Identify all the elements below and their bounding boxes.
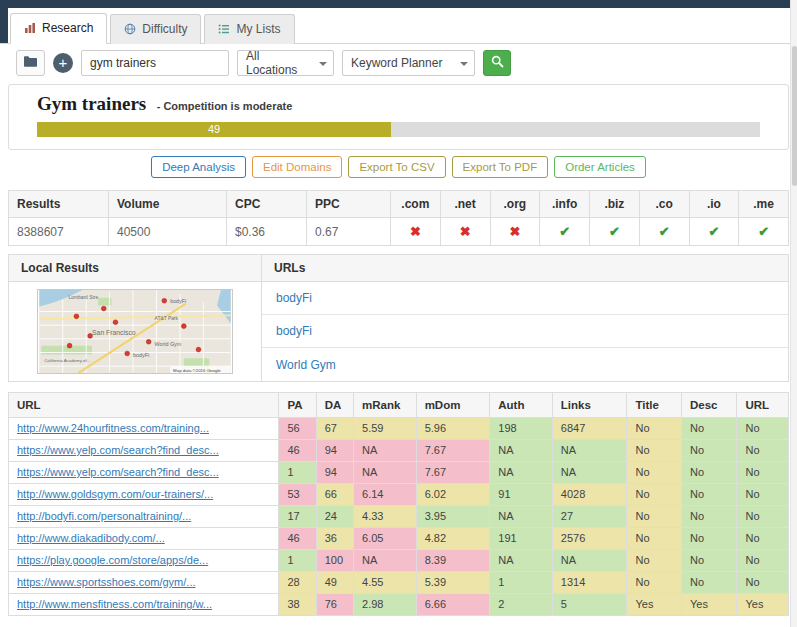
map-pin-icon[interactable] bbox=[181, 324, 186, 329]
serp-metric-cell: 1 bbox=[279, 550, 316, 572]
map-pin-icon[interactable] bbox=[113, 320, 118, 325]
serp-metric-cell: NA bbox=[490, 462, 553, 484]
tab-research[interactable]: Research bbox=[10, 13, 107, 44]
serp-url-link[interactable]: https://play.google.com/store/apps/de... bbox=[17, 554, 208, 566]
serp-metric-cell: 2 bbox=[490, 594, 553, 616]
serp-results-table: URLPADAmRankmDomAuthLinksTitleDescURL ht… bbox=[8, 392, 789, 616]
local-url-link[interactable]: bodyFi bbox=[276, 324, 312, 338]
list-icon bbox=[218, 23, 230, 35]
serp-header-row: URLPADAmRankmDomAuthLinksTitleDescURL bbox=[9, 393, 789, 418]
top-navbar bbox=[0, 0, 797, 8]
order-articles-button[interactable]: Order Articles bbox=[554, 156, 646, 178]
serp-metric-cell: NA bbox=[354, 440, 417, 462]
serp-metric-cell: 6.66 bbox=[416, 594, 490, 616]
map-pin-icon[interactable] bbox=[125, 351, 130, 356]
map-cell: Lombard StrebodyFiAT&T ParkSan Francisco… bbox=[9, 282, 262, 381]
serp-url-cell: http://www.goldsgym.com/our-trainers/... bbox=[9, 484, 279, 506]
serp-metric-cell: 2576 bbox=[552, 528, 627, 550]
serp-metric-cell: 4028 bbox=[552, 484, 627, 506]
local-results-header: Local Results bbox=[9, 255, 262, 282]
serp-metric-cell: Yes bbox=[737, 594, 789, 616]
serp-metric-cell: 28 bbox=[279, 572, 316, 594]
map-pin-icon[interactable] bbox=[162, 298, 167, 303]
serp-url-link[interactable]: https://www.sportsshoes.com/gym/... bbox=[17, 576, 196, 588]
serp-metric-cell: 1314 bbox=[552, 572, 627, 594]
serp-url-link[interactable]: http://www.diakadibody.com/... bbox=[17, 532, 165, 544]
map-pin-icon[interactable] bbox=[67, 343, 72, 348]
serp-metric-cell: 67 bbox=[316, 418, 353, 440]
serp-metric-cell: No bbox=[737, 440, 789, 462]
serp-metric-cell: NA bbox=[552, 550, 627, 572]
scrollbar-thumb[interactable] bbox=[792, 46, 797, 186]
chart-icon bbox=[24, 22, 36, 34]
map-pin-icon[interactable] bbox=[196, 347, 201, 352]
metrics-header: PPC bbox=[307, 191, 391, 218]
serp-metric-cell: 6.02 bbox=[416, 484, 490, 506]
cross-icon: ✖ bbox=[391, 218, 441, 246]
tab-my-lists[interactable]: My Lists bbox=[204, 14, 294, 44]
tab-label: Research bbox=[42, 21, 93, 35]
serp-metric-cell: 36 bbox=[316, 528, 353, 550]
serp-metric-cell: No bbox=[737, 418, 789, 440]
serp-metric-cell: Yes bbox=[627, 594, 681, 616]
serp-metric-cell: NA bbox=[354, 462, 417, 484]
check-icon: ✔ bbox=[739, 218, 789, 246]
local-url-row: bodyFi bbox=[262, 315, 788, 348]
serp-metric-cell: No bbox=[681, 462, 736, 484]
serp-metric-cell: No bbox=[737, 572, 789, 594]
deep-analysis-button[interactable]: Deep Analysis bbox=[151, 156, 246, 178]
folder-icon bbox=[23, 55, 38, 71]
edit-domains-button[interactable]: Edit Domains bbox=[252, 156, 342, 178]
serp-metric-cell: 6.05 bbox=[354, 528, 417, 550]
serp-url-link[interactable]: http://www.goldsgym.com/our-trainers/... bbox=[17, 488, 213, 500]
map-pin-icon[interactable] bbox=[74, 314, 79, 319]
serp-header: URL bbox=[737, 393, 789, 418]
serp-metric-cell: 4.55 bbox=[354, 572, 417, 594]
keyword-research-app: ResearchDifficultyMy Lists + All Locatio… bbox=[0, 0, 797, 627]
search-button[interactable] bbox=[483, 50, 511, 76]
map-pin-icon[interactable] bbox=[146, 339, 151, 344]
serp-url-link[interactable]: http://www.mensfitness.com/training/w... bbox=[17, 598, 212, 610]
serp-header: Links bbox=[552, 393, 627, 418]
chevron-down-icon bbox=[460, 62, 468, 66]
source-select[interactable]: Keyword Planner bbox=[342, 50, 475, 76]
add-keyword-button[interactable]: + bbox=[53, 53, 73, 73]
serp-metric-cell: No bbox=[627, 506, 681, 528]
metrics-header-tld: .info bbox=[540, 191, 590, 218]
local-url-row: World Gym bbox=[262, 348, 788, 381]
metrics-header-tld: .co bbox=[639, 191, 689, 218]
local-map[interactable]: Lombard StrebodyFiAT&T ParkSan Francisco… bbox=[37, 289, 233, 374]
serp-metric-cell: 56 bbox=[279, 418, 316, 440]
serp-metric-cell: 38 bbox=[279, 594, 316, 616]
serp-metric-cell: NA bbox=[552, 440, 627, 462]
metrics-header: CPC bbox=[227, 191, 307, 218]
serp-metric-cell: NA bbox=[552, 462, 627, 484]
serp-metric-cell: No bbox=[681, 484, 736, 506]
export-to-csv-button[interactable]: Export To CSV bbox=[348, 156, 445, 178]
competition-summary-card: Gym trainers - Competition is moderate 4… bbox=[8, 84, 789, 150]
serp-url-cell: http://www.24hourfitness.com/training... bbox=[9, 418, 279, 440]
source-select-value: Keyword Planner bbox=[351, 56, 442, 70]
serp-url-link[interactable]: https://www.yelp.com/search?find_desc... bbox=[17, 466, 219, 478]
serp-url-link[interactable]: http://bodyfi.com/personaltraining/... bbox=[17, 510, 191, 522]
serp-metric-cell: No bbox=[681, 418, 736, 440]
local-url-link[interactable]: World Gym bbox=[276, 358, 336, 372]
tab-difficulty[interactable]: Difficulty bbox=[110, 14, 201, 44]
serp-metric-cell: Yes bbox=[681, 594, 736, 616]
scrollbar[interactable] bbox=[790, 0, 797, 627]
projects-button[interactable] bbox=[16, 50, 45, 76]
serp-metric-cell: No bbox=[681, 440, 736, 462]
serp-url-cell: https://play.google.com/store/apps/de... bbox=[9, 550, 279, 572]
location-select[interactable]: All Locations bbox=[237, 50, 334, 76]
metrics-value: $0.36 bbox=[227, 218, 307, 246]
serp-metric-cell: 8.39 bbox=[416, 550, 490, 572]
serp-url-link[interactable]: http://www.24hourfitness.com/training... bbox=[17, 422, 209, 434]
metrics-header-tld: .io bbox=[689, 191, 739, 218]
serp-metric-cell: 5.59 bbox=[354, 418, 417, 440]
export-to-pdf-button[interactable]: Export To PDF bbox=[452, 156, 549, 178]
keyword-input[interactable] bbox=[81, 50, 229, 76]
local-url-link[interactable]: bodyFi bbox=[276, 291, 312, 305]
serp-header: Desc bbox=[681, 393, 736, 418]
serp-url-link[interactable]: https://www.yelp.com/search?find_desc... bbox=[17, 444, 219, 456]
map-pin-icon[interactable] bbox=[101, 306, 106, 311]
